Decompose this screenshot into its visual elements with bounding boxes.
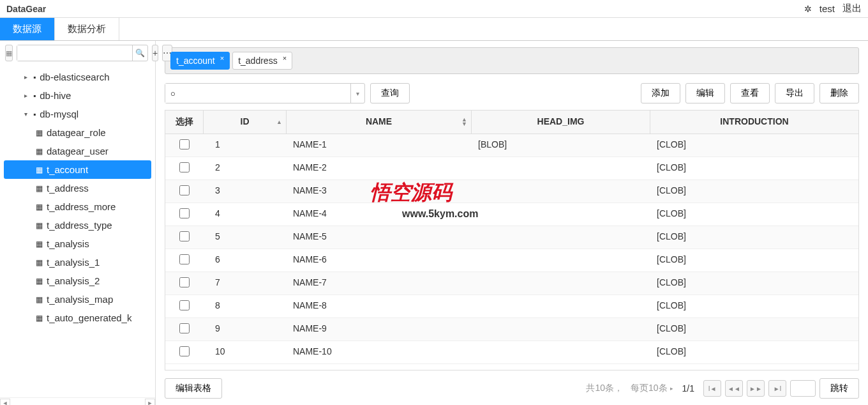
first-page-icon[interactable]: I◄ bbox=[703, 380, 721, 397]
table-icon: ▦ bbox=[36, 165, 43, 174]
tree-node-t_analysis_map[interactable]: ▦t_analysis_map bbox=[0, 290, 155, 309]
tree-search-input[interactable] bbox=[17, 45, 132, 61]
goto-button[interactable]: 跳转 bbox=[819, 378, 859, 399]
logout-link[interactable]: 退出 bbox=[842, 3, 862, 15]
folder-icon: ▪ bbox=[33, 73, 36, 82]
col-select-header[interactable]: 选择 bbox=[165, 111, 204, 134]
row-checkbox[interactable] bbox=[179, 346, 190, 356]
add-row-button[interactable]: 添加 bbox=[641, 83, 680, 103]
table-icon: ▦ bbox=[36, 147, 43, 156]
table-row[interactable]: 8 NAME-8 [CLOB] bbox=[165, 295, 858, 318]
cell-name: NAME-3 bbox=[287, 180, 472, 202]
close-icon[interactable]: × bbox=[220, 54, 224, 62]
row-checkbox[interactable] bbox=[179, 323, 190, 333]
prev-page-icon[interactable]: ◄◄ bbox=[725, 380, 743, 397]
table-row[interactable]: 2 NAME-2 [CLOB] bbox=[165, 157, 858, 180]
table-row[interactable]: 1 NAME-1 [BLOB] [CLOB] bbox=[165, 134, 858, 157]
col-intro-header[interactable]: INTRODUCTION bbox=[650, 111, 858, 134]
folder-icon: ▪ bbox=[33, 91, 36, 100]
next-page-icon[interactable]: ►► bbox=[747, 380, 765, 397]
row-checkbox[interactable] bbox=[179, 139, 190, 149]
tree-node-t_address[interactable]: ▦t_address bbox=[0, 179, 155, 197]
page-input[interactable] bbox=[790, 380, 816, 397]
table-row[interactable]: 9 NAME-9 [CLOB] bbox=[165, 318, 858, 341]
row-checkbox[interactable] bbox=[179, 300, 190, 310]
cell-id: 7 bbox=[204, 272, 287, 294]
user-label[interactable]: test bbox=[819, 3, 835, 14]
cell-id: 8 bbox=[204, 295, 287, 317]
sidebar-scrollbar[interactable]: ◄► bbox=[0, 397, 155, 405]
table-row[interactable]: 6 NAME-6 [CLOB] bbox=[165, 249, 858, 272]
table-row[interactable]: 3 NAME-3 [CLOB] bbox=[165, 180, 858, 203]
condition-input[interactable] bbox=[165, 84, 350, 103]
filter-icon[interactable]: ▦ bbox=[5, 45, 13, 61]
close-icon[interactable]: × bbox=[283, 54, 287, 62]
row-checkbox[interactable] bbox=[179, 208, 190, 218]
cell-id: 2 bbox=[204, 157, 287, 180]
cell-name: NAME-9 bbox=[287, 318, 472, 340]
tree-node-datagear_role[interactable]: ▦datagear_role bbox=[0, 123, 155, 142]
cell-headimg bbox=[472, 180, 650, 202]
edit-grid-button[interactable]: 编辑表格 bbox=[165, 378, 222, 399]
tree-node-t_analysis_2[interactable]: ▦t_analysis_2 bbox=[0, 271, 155, 290]
content-tab-t_address[interactable]: t_address× bbox=[232, 52, 292, 70]
cell-name: NAME-5 bbox=[287, 226, 472, 248]
cell-id: 5 bbox=[204, 226, 287, 248]
cell-name: NAME-4 bbox=[287, 203, 472, 225]
cell-name: NAME-8 bbox=[287, 295, 472, 317]
row-checkbox[interactable] bbox=[179, 254, 190, 264]
row-checkbox[interactable] bbox=[179, 185, 190, 195]
tab-analysis[interactable]: 数据分析 bbox=[55, 18, 119, 40]
tab-datasource[interactable]: 数据源 bbox=[0, 18, 55, 40]
page-size-selector[interactable]: 每页10条 ▸ bbox=[631, 383, 673, 394]
table-icon: ▦ bbox=[36, 295, 43, 304]
content-tab-t_account[interactable]: t_account× bbox=[170, 52, 230, 70]
cell-id: 6 bbox=[204, 249, 287, 271]
cell-intro: [CLOB] bbox=[650, 134, 858, 157]
table-icon: ▦ bbox=[36, 221, 43, 230]
tree-node-t_address_more[interactable]: ▦t_address_more bbox=[0, 197, 155, 216]
table-row[interactable]: 4 NAME-4 [CLOB] bbox=[165, 203, 858, 226]
cell-id: 1 bbox=[204, 134, 287, 157]
view-row-button[interactable]: 查看 bbox=[730, 83, 770, 103]
gear-icon[interactable]: ✲ bbox=[804, 4, 812, 14]
cell-headimg bbox=[472, 226, 650, 248]
tree-node-datagear_user[interactable]: ▦datagear_user bbox=[0, 142, 155, 160]
cell-headimg bbox=[472, 249, 650, 271]
col-name-header[interactable]: NAME▲▼ bbox=[287, 111, 472, 134]
cell-name: NAME-7 bbox=[287, 272, 472, 294]
tree-node-t_address_type[interactable]: ▦t_address_type bbox=[0, 216, 155, 234]
total-info: 共10条， bbox=[586, 383, 623, 394]
last-page-icon[interactable]: ►I bbox=[768, 380, 786, 397]
table-icon: ▦ bbox=[36, 184, 43, 193]
cell-headimg bbox=[472, 203, 650, 225]
col-id-header[interactable]: ID▲ bbox=[204, 111, 287, 134]
tree-node-t_account[interactable]: ▦t_account bbox=[4, 160, 151, 179]
sidebar-resize-handle[interactable] bbox=[153, 41, 157, 405]
sort-asc-icon: ▲ bbox=[276, 120, 282, 125]
query-button[interactable]: 查询 bbox=[370, 83, 410, 103]
tree-node-db-mysql[interactable]: ▾▪db-mysql bbox=[0, 105, 155, 123]
condition-dropdown-icon[interactable]: ▾ bbox=[350, 84, 364, 103]
export-button[interactable]: 导出 bbox=[775, 83, 814, 103]
delete-button[interactable]: 删除 bbox=[819, 83, 859, 103]
tree-node-t_auto_generated_k[interactable]: ▦t_auto_generated_k bbox=[0, 309, 155, 327]
col-headimg-header[interactable]: HEAD_IMG bbox=[472, 111, 650, 134]
tree-node-t_analysis_1[interactable]: ▦t_analysis_1 bbox=[0, 253, 155, 271]
tree-node-db-hive[interactable]: ▸▪db-hive bbox=[0, 86, 155, 105]
table-icon: ▦ bbox=[36, 277, 43, 286]
table-row[interactable]: 10 NAME-10 [CLOB] bbox=[165, 341, 858, 364]
sort-icon: ▲▼ bbox=[461, 118, 467, 126]
row-checkbox[interactable] bbox=[179, 277, 190, 287]
cell-name: NAME-2 bbox=[287, 157, 472, 180]
table-row[interactable]: 5 NAME-5 [CLOB] bbox=[165, 226, 858, 249]
tree-node-db-elasticsearch[interactable]: ▸▪db-elasticsearch bbox=[0, 68, 155, 86]
cell-intro: [CLOB] bbox=[650, 341, 858, 363]
row-checkbox[interactable] bbox=[179, 231, 190, 241]
search-icon[interactable]: 🔍 bbox=[132, 45, 147, 61]
row-checkbox[interactable] bbox=[179, 162, 190, 172]
tree-node-t_analysis[interactable]: ▦t_analysis bbox=[0, 234, 155, 253]
cell-headimg bbox=[472, 318, 650, 340]
table-row[interactable]: 7 NAME-7 [CLOB] bbox=[165, 272, 858, 295]
edit-row-button[interactable]: 编辑 bbox=[685, 83, 725, 103]
